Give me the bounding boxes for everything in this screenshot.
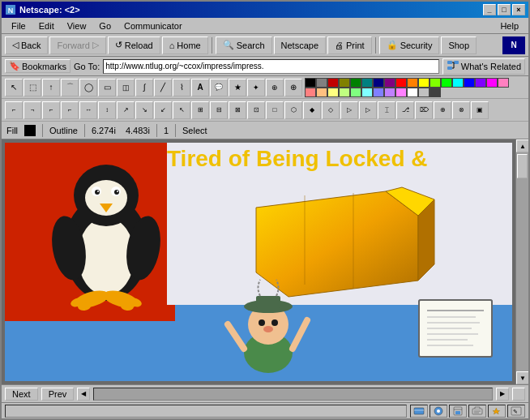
whats-related-button[interactable]: What's Related xyxy=(442,58,525,75)
netscape-button[interactable]: Netscape xyxy=(274,36,326,54)
tool-select[interactable] xyxy=(5,79,23,96)
bookmarks-button[interactable]: 🔖 Bookmarks xyxy=(5,59,71,73)
tool-bezier[interactable]: ⌒ xyxy=(61,79,79,96)
tool-pts13[interactable]: ⊠ xyxy=(229,101,246,119)
maximize-button[interactable]: □ xyxy=(498,4,511,15)
color-light-lime[interactable] xyxy=(339,88,350,97)
color-blue[interactable] xyxy=(464,78,475,88)
color-violet[interactable] xyxy=(475,78,486,88)
home-button[interactable]: ⌂ Home xyxy=(162,36,208,54)
tool-pts21[interactable]: ⌶ xyxy=(378,101,395,119)
menu-communicator[interactable]: Communicator xyxy=(118,19,189,32)
tool-pts11[interactable]: ⊞ xyxy=(191,101,209,119)
tool-pts20[interactable]: ▷ xyxy=(359,101,377,119)
tool-pts12[interactable]: ⊟ xyxy=(210,101,228,119)
status-icon-edit[interactable]: ✎ xyxy=(507,405,525,418)
tool-3d-box[interactable]: ◫ xyxy=(117,79,135,96)
color-light-yellow[interactable] xyxy=(327,88,339,97)
tool-star[interactable] xyxy=(229,79,246,96)
color-white[interactable] xyxy=(407,88,418,97)
tool-connector[interactable]: ⌇ xyxy=(173,79,190,96)
color-bright-green[interactable] xyxy=(441,78,452,88)
tool-pts15[interactable]: □ xyxy=(266,101,284,119)
menu-view[interactable]: View xyxy=(61,19,93,32)
fill-color-swatch[interactable] xyxy=(24,125,36,136)
tool-ellipse[interactable]: ◯ xyxy=(79,79,97,96)
tool-pts3[interactable]: ⌐ xyxy=(42,101,60,119)
tool-pts17[interactable]: ◆ xyxy=(303,101,321,119)
color-cyan[interactable] xyxy=(452,78,464,88)
status-icon-1[interactable] xyxy=(410,405,428,418)
tool-pts18[interactable]: ◇ xyxy=(322,101,340,119)
scroll-up-button[interactable]: ▲ xyxy=(516,139,528,152)
menu-help[interactable]: Help xyxy=(494,19,525,32)
tool-pts24[interactable]: ⊕ xyxy=(434,101,451,119)
color-red[interactable] xyxy=(395,78,407,88)
color-yellow[interactable] xyxy=(418,78,430,88)
prev-button[interactable]: Prev xyxy=(41,388,75,401)
tool-special1[interactable]: ✦ xyxy=(247,79,265,96)
tool-text[interactable] xyxy=(191,79,209,96)
color-light-blue[interactable] xyxy=(373,88,384,97)
tool-pts25[interactable]: ⊗ xyxy=(452,101,470,119)
status-icon-5[interactable] xyxy=(488,405,506,418)
tool-pts22[interactable]: ⎇ xyxy=(396,101,414,119)
color-light-magenta[interactable] xyxy=(395,88,407,97)
print-button[interactable]: 🖨 Print xyxy=(327,36,372,54)
menu-file[interactable]: File xyxy=(5,19,32,32)
color-olive[interactable] xyxy=(339,78,350,88)
forward-button[interactable]: Forward ▷ xyxy=(49,36,105,54)
color-pink[interactable] xyxy=(498,78,509,88)
color-green[interactable] xyxy=(350,78,361,88)
next-button[interactable]: Next xyxy=(5,388,38,401)
color-orange[interactable] xyxy=(407,78,418,88)
tool-line[interactable]: ╱ xyxy=(154,79,172,96)
color-purple[interactable] xyxy=(384,78,395,88)
color-light-red[interactable] xyxy=(305,88,316,97)
security-button[interactable]: 🔒 Security xyxy=(379,36,440,54)
scroll-down-button[interactable]: ▼ xyxy=(516,371,528,384)
scroll-track[interactable] xyxy=(516,152,528,371)
tool-pts4[interactable]: ⌐ xyxy=(61,101,79,119)
tool-pts8[interactable]: ↘ xyxy=(135,101,153,119)
shop-button[interactable]: Shop xyxy=(441,36,477,54)
menu-go[interactable]: Go xyxy=(92,19,118,32)
tool-pts7[interactable]: ↗ xyxy=(117,101,135,119)
status-icon-2[interactable] xyxy=(430,405,447,418)
color-gray[interactable] xyxy=(316,78,327,88)
menu-edit[interactable]: Edit xyxy=(32,19,61,32)
color-light-violet[interactable] xyxy=(384,88,395,97)
tool-special2[interactable]: ⊕ xyxy=(266,79,284,96)
url-input[interactable] xyxy=(103,59,439,74)
search-button[interactable]: 🔍 Search xyxy=(216,36,272,54)
color-lime[interactable] xyxy=(430,78,441,88)
color-dark-gray[interactable] xyxy=(430,88,441,97)
color-peach[interactable] xyxy=(316,88,327,97)
tool-pts2[interactable]: ¬ xyxy=(24,101,41,119)
color-magenta[interactable] xyxy=(486,78,498,88)
color-black[interactable] xyxy=(305,78,316,88)
tool-pts9[interactable]: ↙ xyxy=(154,101,172,119)
tool-cursor[interactable] xyxy=(42,79,60,96)
tool-pts1[interactable]: ⌐ xyxy=(5,101,23,119)
color-light-cyan[interactable] xyxy=(361,88,373,97)
color-light-green[interactable] xyxy=(350,88,361,97)
tool-pts14[interactable]: ⊡ xyxy=(247,101,265,119)
color-navy[interactable] xyxy=(373,78,384,88)
h-scroll-right-button[interactable]: ▶ xyxy=(496,388,509,401)
minimize-button[interactable]: _ xyxy=(483,4,496,15)
back-button[interactable]: ◁ Back xyxy=(5,36,48,54)
color-teal[interactable] xyxy=(361,78,373,88)
h-scroll-left-button[interactable]: ◀ xyxy=(77,388,90,401)
reload-button[interactable]: ↺ Reload xyxy=(108,36,160,54)
tool-rect[interactable]: ▭ xyxy=(98,79,116,96)
status-icon-3[interactable] xyxy=(449,405,467,418)
tool-curve[interactable]: ∫ xyxy=(135,79,153,96)
close-button[interactable]: × xyxy=(512,4,525,15)
color-silver[interactable] xyxy=(418,88,430,97)
tool-rect-select[interactable]: ⬚ xyxy=(24,79,41,96)
tool-pts19[interactable]: ▷ xyxy=(340,101,358,119)
tool-pts5[interactable]: ↔ xyxy=(79,101,97,119)
color-darkred[interactable] xyxy=(327,78,339,88)
tool-pts23[interactable]: ⌦ xyxy=(415,101,433,119)
